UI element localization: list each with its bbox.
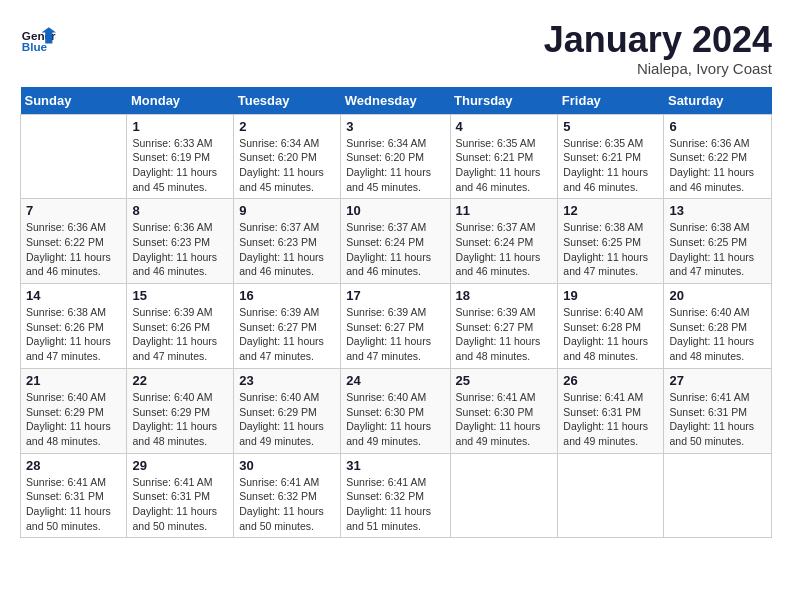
day-info: Sunrise: 6:38 AM Sunset: 6:26 PM Dayligh… — [26, 305, 121, 364]
calendar-cell — [558, 453, 664, 538]
day-info: Sunrise: 6:36 AM Sunset: 6:22 PM Dayligh… — [669, 136, 766, 195]
day-number: 24 — [346, 373, 444, 388]
day-info: Sunrise: 6:37 AM Sunset: 6:23 PM Dayligh… — [239, 220, 335, 279]
calendar-cell — [21, 114, 127, 199]
calendar-cell: 2Sunrise: 6:34 AM Sunset: 6:20 PM Daylig… — [234, 114, 341, 199]
weekday-header-monday: Monday — [127, 87, 234, 115]
day-number: 8 — [132, 203, 228, 218]
calendar-cell: 16Sunrise: 6:39 AM Sunset: 6:27 PM Dayli… — [234, 284, 341, 369]
weekday-header-friday: Friday — [558, 87, 664, 115]
day-info: Sunrise: 6:38 AM Sunset: 6:25 PM Dayligh… — [669, 220, 766, 279]
calendar-cell: 17Sunrise: 6:39 AM Sunset: 6:27 PM Dayli… — [341, 284, 450, 369]
calendar-week-5: 28Sunrise: 6:41 AM Sunset: 6:31 PM Dayli… — [21, 453, 772, 538]
day-info: Sunrise: 6:41 AM Sunset: 6:32 PM Dayligh… — [346, 475, 444, 534]
day-info: Sunrise: 6:37 AM Sunset: 6:24 PM Dayligh… — [456, 220, 553, 279]
weekday-header-saturday: Saturday — [664, 87, 772, 115]
day-number: 29 — [132, 458, 228, 473]
day-info: Sunrise: 6:40 AM Sunset: 6:29 PM Dayligh… — [239, 390, 335, 449]
calendar-cell: 12Sunrise: 6:38 AM Sunset: 6:25 PM Dayli… — [558, 199, 664, 284]
day-info: Sunrise: 6:36 AM Sunset: 6:22 PM Dayligh… — [26, 220, 121, 279]
day-number: 6 — [669, 119, 766, 134]
calendar-cell: 27Sunrise: 6:41 AM Sunset: 6:31 PM Dayli… — [664, 368, 772, 453]
day-number: 12 — [563, 203, 658, 218]
day-number: 14 — [26, 288, 121, 303]
day-info: Sunrise: 6:41 AM Sunset: 6:31 PM Dayligh… — [669, 390, 766, 449]
calendar-cell: 1Sunrise: 6:33 AM Sunset: 6:19 PM Daylig… — [127, 114, 234, 199]
calendar-week-4: 21Sunrise: 6:40 AM Sunset: 6:29 PM Dayli… — [21, 368, 772, 453]
calendar-week-2: 7Sunrise: 6:36 AM Sunset: 6:22 PM Daylig… — [21, 199, 772, 284]
month-title: January 2024 — [544, 20, 772, 60]
day-number: 13 — [669, 203, 766, 218]
calendar-cell: 28Sunrise: 6:41 AM Sunset: 6:31 PM Dayli… — [21, 453, 127, 538]
day-number: 31 — [346, 458, 444, 473]
calendar-table: SundayMondayTuesdayWednesdayThursdayFrid… — [20, 87, 772, 539]
calendar-cell: 5Sunrise: 6:35 AM Sunset: 6:21 PM Daylig… — [558, 114, 664, 199]
day-info: Sunrise: 6:41 AM Sunset: 6:30 PM Dayligh… — [456, 390, 553, 449]
day-info: Sunrise: 6:40 AM Sunset: 6:30 PM Dayligh… — [346, 390, 444, 449]
day-info: Sunrise: 6:33 AM Sunset: 6:19 PM Dayligh… — [132, 136, 228, 195]
day-info: Sunrise: 6:41 AM Sunset: 6:31 PM Dayligh… — [26, 475, 121, 534]
calendar-cell: 15Sunrise: 6:39 AM Sunset: 6:26 PM Dayli… — [127, 284, 234, 369]
day-number: 21 — [26, 373, 121, 388]
day-number: 1 — [132, 119, 228, 134]
day-number: 20 — [669, 288, 766, 303]
day-number: 17 — [346, 288, 444, 303]
title-block: January 2024 Nialepa, Ivory Coast — [544, 20, 772, 77]
weekday-header-thursday: Thursday — [450, 87, 558, 115]
calendar-cell: 6Sunrise: 6:36 AM Sunset: 6:22 PM Daylig… — [664, 114, 772, 199]
day-info: Sunrise: 6:39 AM Sunset: 6:26 PM Dayligh… — [132, 305, 228, 364]
calendar-cell: 3Sunrise: 6:34 AM Sunset: 6:20 PM Daylig… — [341, 114, 450, 199]
calendar-cell: 29Sunrise: 6:41 AM Sunset: 6:31 PM Dayli… — [127, 453, 234, 538]
calendar-cell — [450, 453, 558, 538]
day-number: 22 — [132, 373, 228, 388]
calendar-cell: 11Sunrise: 6:37 AM Sunset: 6:24 PM Dayli… — [450, 199, 558, 284]
logo-icon: General Blue — [20, 20, 56, 56]
calendar-cell: 14Sunrise: 6:38 AM Sunset: 6:26 PM Dayli… — [21, 284, 127, 369]
day-info: Sunrise: 6:40 AM Sunset: 6:28 PM Dayligh… — [669, 305, 766, 364]
calendar-cell: 19Sunrise: 6:40 AM Sunset: 6:28 PM Dayli… — [558, 284, 664, 369]
calendar-cell: 20Sunrise: 6:40 AM Sunset: 6:28 PM Dayli… — [664, 284, 772, 369]
calendar-cell: 30Sunrise: 6:41 AM Sunset: 6:32 PM Dayli… — [234, 453, 341, 538]
calendar-cell: 26Sunrise: 6:41 AM Sunset: 6:31 PM Dayli… — [558, 368, 664, 453]
day-number: 25 — [456, 373, 553, 388]
calendar-cell: 4Sunrise: 6:35 AM Sunset: 6:21 PM Daylig… — [450, 114, 558, 199]
day-info: Sunrise: 6:35 AM Sunset: 6:21 PM Dayligh… — [456, 136, 553, 195]
day-number: 30 — [239, 458, 335, 473]
day-info: Sunrise: 6:40 AM Sunset: 6:28 PM Dayligh… — [563, 305, 658, 364]
weekday-header-tuesday: Tuesday — [234, 87, 341, 115]
day-info: Sunrise: 6:35 AM Sunset: 6:21 PM Dayligh… — [563, 136, 658, 195]
calendar-cell: 23Sunrise: 6:40 AM Sunset: 6:29 PM Dayli… — [234, 368, 341, 453]
calendar-cell: 31Sunrise: 6:41 AM Sunset: 6:32 PM Dayli… — [341, 453, 450, 538]
day-number: 15 — [132, 288, 228, 303]
page-header: General Blue January 2024 Nialepa, Ivory… — [20, 20, 772, 77]
calendar-cell: 24Sunrise: 6:40 AM Sunset: 6:30 PM Dayli… — [341, 368, 450, 453]
calendar-cell: 7Sunrise: 6:36 AM Sunset: 6:22 PM Daylig… — [21, 199, 127, 284]
svg-text:Blue: Blue — [22, 40, 48, 53]
day-info: Sunrise: 6:38 AM Sunset: 6:25 PM Dayligh… — [563, 220, 658, 279]
calendar-week-1: 1Sunrise: 6:33 AM Sunset: 6:19 PM Daylig… — [21, 114, 772, 199]
day-number: 4 — [456, 119, 553, 134]
day-info: Sunrise: 6:41 AM Sunset: 6:31 PM Dayligh… — [132, 475, 228, 534]
day-number: 18 — [456, 288, 553, 303]
calendar-week-3: 14Sunrise: 6:38 AM Sunset: 6:26 PM Dayli… — [21, 284, 772, 369]
day-number: 3 — [346, 119, 444, 134]
day-number: 2 — [239, 119, 335, 134]
location: Nialepa, Ivory Coast — [544, 60, 772, 77]
day-number: 11 — [456, 203, 553, 218]
weekday-header-wednesday: Wednesday — [341, 87, 450, 115]
weekday-header-sunday: Sunday — [21, 87, 127, 115]
day-info: Sunrise: 6:39 AM Sunset: 6:27 PM Dayligh… — [346, 305, 444, 364]
day-number: 23 — [239, 373, 335, 388]
day-info: Sunrise: 6:41 AM Sunset: 6:31 PM Dayligh… — [563, 390, 658, 449]
day-info: Sunrise: 6:39 AM Sunset: 6:27 PM Dayligh… — [239, 305, 335, 364]
day-info: Sunrise: 6:40 AM Sunset: 6:29 PM Dayligh… — [132, 390, 228, 449]
calendar-cell: 13Sunrise: 6:38 AM Sunset: 6:25 PM Dayli… — [664, 199, 772, 284]
day-info: Sunrise: 6:34 AM Sunset: 6:20 PM Dayligh… — [346, 136, 444, 195]
day-number: 27 — [669, 373, 766, 388]
day-number: 9 — [239, 203, 335, 218]
calendar-cell: 9Sunrise: 6:37 AM Sunset: 6:23 PM Daylig… — [234, 199, 341, 284]
calendar-cell: 25Sunrise: 6:41 AM Sunset: 6:30 PM Dayli… — [450, 368, 558, 453]
calendar-cell — [664, 453, 772, 538]
day-number: 10 — [346, 203, 444, 218]
day-info: Sunrise: 6:36 AM Sunset: 6:23 PM Dayligh… — [132, 220, 228, 279]
